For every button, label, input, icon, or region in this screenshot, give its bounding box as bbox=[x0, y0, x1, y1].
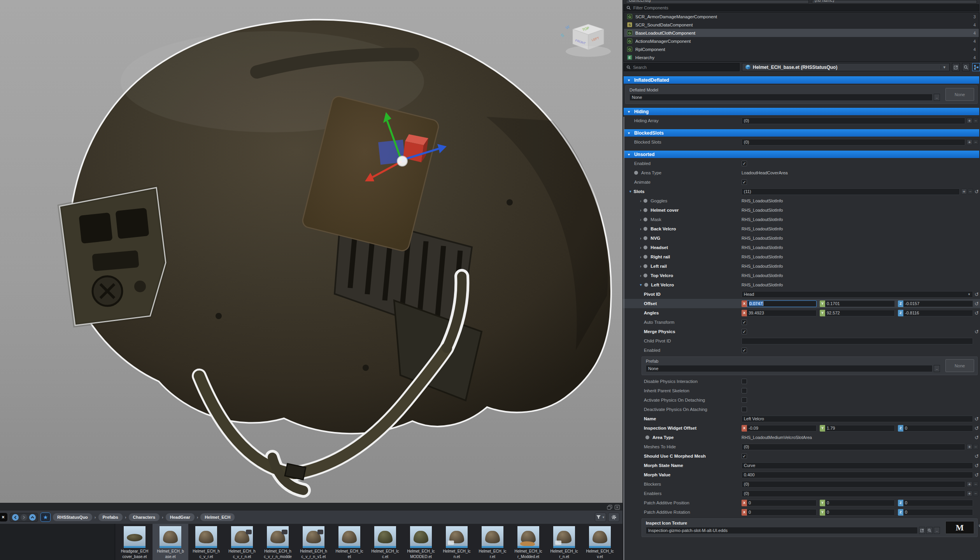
array-field[interactable]: (0) bbox=[742, 139, 965, 146]
component-list-item[interactable]: GSCR_ArmorDamageManagerComponent3 bbox=[624, 12, 979, 21]
z-axis-field[interactable]: Z0 bbox=[898, 425, 973, 432]
open-resource-button[interactable] bbox=[919, 527, 925, 534]
section-header-hiding[interactable]: ▼Hiding bbox=[624, 108, 979, 115]
z-axis-field[interactable]: Z-0.8116 bbox=[898, 310, 973, 316]
asset-thumbnail[interactable]: Helmet_ECH_lcr_n.et bbox=[546, 524, 582, 560]
x-axis-value[interactable]: 39.4923 bbox=[747, 310, 817, 316]
reset-icon[interactable]: ↺ bbox=[975, 435, 979, 441]
add-element-button[interactable]: + bbox=[961, 189, 967, 194]
asset-thumbnail[interactable]: Helmet_ECH_lcr_Modded.et bbox=[510, 524, 546, 560]
breadcrumb-item[interactable]: Helmet_ECH bbox=[200, 513, 235, 521]
asset-thumbnail[interactable]: Helmet_ECH_lcet bbox=[331, 524, 367, 560]
resource-path-field[interactable]: Inspection-gizmo-patch-slot-M-alt-UI.edd… bbox=[646, 527, 918, 534]
array-field[interactable]: (0) bbox=[742, 481, 965, 488]
checkbox[interactable]: ✓ bbox=[742, 319, 747, 325]
x-axis-field[interactable]: X39.4923 bbox=[742, 310, 817, 316]
y-axis-value[interactable]: 0 bbox=[825, 509, 895, 516]
browse-button[interactable]: .. bbox=[934, 94, 940, 101]
y-axis-field[interactable]: Y0 bbox=[820, 509, 895, 516]
y-axis-value[interactable]: 92.572 bbox=[825, 310, 895, 316]
x-axis-value[interactable]: 0.0747 bbox=[747, 300, 817, 307]
remove-element-button[interactable]: − bbox=[973, 139, 978, 145]
add-element-button[interactable]: + bbox=[967, 118, 972, 123]
asset-thumbnail[interactable]: Headgear_ECHcover_base.et bbox=[117, 524, 153, 560]
checkbox[interactable] bbox=[742, 407, 747, 412]
remove-element-button[interactable]: − bbox=[968, 189, 973, 194]
checkbox[interactable] bbox=[742, 397, 747, 403]
reset-icon[interactable]: ↺ bbox=[975, 310, 979, 316]
chevron-down-icon[interactable]: ▾ bbox=[640, 283, 642, 287]
x-axis-value[interactable]: 0 bbox=[747, 509, 817, 516]
remove-element-button[interactable]: − bbox=[973, 491, 978, 496]
chevron-right-icon[interactable]: › bbox=[640, 227, 641, 231]
checkbox[interactable] bbox=[742, 379, 747, 384]
reset-icon[interactable]: ↺ bbox=[975, 453, 979, 459]
chevron-right-icon[interactable]: › bbox=[640, 274, 641, 278]
z-axis-field[interactable]: Z0 bbox=[898, 500, 973, 506]
array-field[interactable]: (0) bbox=[742, 490, 965, 497]
checkbox[interactable]: ✓ bbox=[742, 329, 747, 334]
prefab-selector-dropdown[interactable]: Helmet_ECH_base.et (RHSStatusQuo) ▼ bbox=[742, 63, 950, 71]
back-button[interactable] bbox=[12, 514, 19, 521]
x-axis-value[interactable]: -0.09 bbox=[747, 425, 817, 432]
breadcrumb-item[interactable]: RHSStatusQuo bbox=[53, 513, 92, 521]
asset-thumbnail[interactable]: Helmet_ECH_lcv.et bbox=[582, 524, 618, 560]
reset-icon[interactable]: ↺ bbox=[975, 425, 979, 431]
chevron-right-icon[interactable]: › bbox=[640, 246, 641, 250]
z-axis-value[interactable]: 0 bbox=[903, 509, 973, 516]
chevron-right-icon[interactable]: › bbox=[640, 208, 641, 212]
y-axis-field[interactable]: Y92.572 bbox=[820, 310, 895, 316]
text-field[interactable]: Left Velcro bbox=[742, 416, 973, 422]
component-list-item[interactable]: GBaseLoadoutClothComponent4 bbox=[624, 29, 979, 37]
component-filter-input[interactable] bbox=[633, 5, 976, 10]
close-panel-button[interactable] bbox=[614, 504, 620, 509]
asset-thumbnail[interactable]: Helmet_ECH_hc_v_r_n.et bbox=[224, 524, 260, 560]
asset-thumbnail[interactable]: Helmet_ECH_lcc.et bbox=[367, 524, 403, 560]
add-element-button[interactable]: + bbox=[967, 491, 972, 496]
dropdown-field[interactable]: Head▼ bbox=[742, 291, 973, 298]
array-field[interactable]: (0) bbox=[742, 444, 965, 450]
gizmo-origin-handle[interactable] bbox=[397, 156, 407, 166]
close-browser-tab-button[interactable]: × bbox=[0, 513, 7, 521]
y-axis-field[interactable]: Y0 bbox=[820, 500, 895, 506]
find-prefab-button[interactable] bbox=[962, 63, 970, 71]
browse-button[interactable]: .. bbox=[934, 527, 940, 534]
reset-icon[interactable]: ↺ bbox=[975, 416, 979, 422]
chevron-right-icon[interactable]: › bbox=[640, 236, 641, 241]
y-axis-field[interactable]: Y0.1701 bbox=[820, 300, 895, 307]
find-resource-button[interactable] bbox=[926, 527, 933, 534]
property-search-input[interactable] bbox=[633, 65, 737, 70]
browser-settings-button[interactable] bbox=[608, 513, 619, 522]
open-external-button[interactable] bbox=[952, 63, 960, 71]
reset-icon[interactable]: ↺ bbox=[975, 291, 979, 297]
property-search[interactable] bbox=[624, 63, 740, 71]
z-axis-field[interactable]: Z0 bbox=[898, 509, 973, 516]
browser-side-pane[interactable] bbox=[0, 524, 115, 560]
chevron-right-icon[interactable]: › bbox=[640, 264, 641, 269]
reset-icon[interactable]: ↺ bbox=[975, 301, 979, 307]
x-axis-field[interactable]: X0 bbox=[742, 500, 817, 506]
y-axis-value[interactable]: 1.79 bbox=[825, 425, 895, 432]
reset-icon[interactable]: ↺ bbox=[975, 463, 979, 469]
breadcrumb-item[interactable]: HeadGear bbox=[166, 513, 195, 521]
x-axis-field[interactable]: X0.0747 bbox=[742, 300, 817, 307]
forward-button[interactable] bbox=[21, 514, 27, 521]
asset-thumbnail[interactable]: Helmet_ECH_base.et bbox=[153, 524, 188, 560]
checkbox[interactable]: ✓ bbox=[742, 179, 747, 185]
text-field[interactable] bbox=[742, 338, 973, 344]
component-list-item[interactable]: GRplComponent4 bbox=[624, 45, 979, 53]
resource-path-field[interactable]: None bbox=[646, 365, 933, 372]
component-list-item[interactable]: EHierarchy4 bbox=[624, 53, 979, 61]
x-axis-field[interactable]: X0 bbox=[742, 509, 817, 516]
chevron-down-icon[interactable]: ▾ bbox=[629, 190, 631, 193]
browse-button[interactable]: .. bbox=[934, 365, 940, 372]
array-field[interactable]: (0) bbox=[742, 118, 965, 124]
chevron-right-icon[interactable]: › bbox=[640, 255, 641, 259]
asset-thumbnail[interactable]: Helmet_ECH_lcMODDED.et bbox=[403, 524, 439, 560]
entity-name-field[interactable]: (no name) bbox=[812, 0, 977, 4]
asset-thumbnail[interactable]: Helmet_ECH_hc_v_r_n_v1.et bbox=[296, 524, 331, 560]
reset-icon[interactable]: ↺ bbox=[975, 472, 979, 478]
inspector-scrollbar[interactable] bbox=[623, 117, 624, 560]
filter-button[interactable]: ▼ bbox=[595, 513, 606, 522]
entity-class-field[interactable]: GameEntity bbox=[626, 0, 809, 4]
